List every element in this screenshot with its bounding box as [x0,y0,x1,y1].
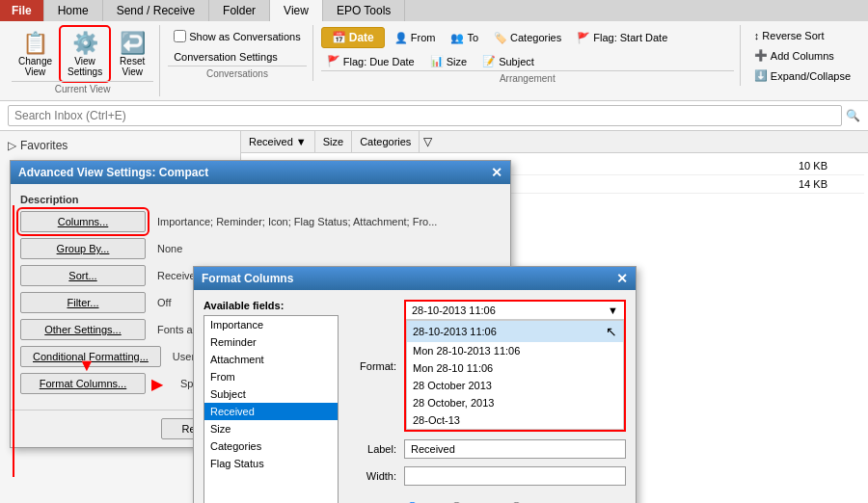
size-header[interactable]: Size [315,131,352,152]
categories-button[interactable]: 🏷️ Categories [488,29,567,47]
fc-label-input[interactable] [404,439,626,459]
format-option-4[interactable]: 28 October, 2013 [407,394,623,411]
flag-due-date-button[interactable]: 🚩 Flag: Due Date [321,52,420,70]
expand-collapse-icon: ⬇️ [754,69,768,82]
to-label: To [467,32,478,43]
change-view-label: ChangeView [18,56,52,77]
columns-value: Importance; Reminder; Icon; Flag Status;… [157,216,437,227]
fc-format-options: 28-10-2013 11:06 ↖ Mon 28-10-2013 11:06 … [406,320,624,430]
fc-format-value: 28-10-2013 11:06 [412,304,496,316]
conversations-buttons: Show as Conversations Conversation Setti… [168,27,307,66]
tab-home[interactable]: Home [44,0,103,21]
format-option-3[interactable]: 28 October 2013 [407,377,623,394]
format-option-5[interactable]: 28-Oct-13 [407,411,623,429]
list-item-attachment[interactable]: Attachment [204,351,338,368]
list-item-subject[interactable]: Subject [204,385,338,403]
change-view-button[interactable]: 📋 ChangeView [12,27,59,81]
show-conversations-checkbox[interactable] [174,30,186,42]
list-item-importance[interactable]: Importance [204,316,338,333]
right-group: ↕️ Reverse Sort ➕ Add Columns ⬇️ Expand/… [743,25,862,87]
from-button[interactable]: 👤 From [389,29,442,47]
to-button[interactable]: 👥 To [445,29,484,47]
filter-icon[interactable]: ▽ [420,131,436,152]
dropdown-arrow-icon: ▼ [608,304,618,316]
search-input[interactable] [8,105,842,126]
date-icon: 📅 [332,31,346,44]
fc-close-button[interactable]: ✕ [616,271,628,286]
tab-epo-tools[interactable]: EPO Tools [323,0,405,21]
avs-titlebar: Advanced View Settings: Compact ✕ [11,161,510,184]
received-header[interactable]: Received ▼ [241,131,315,152]
expand-collapse-button[interactable]: ⬇️ Expand/Collapse [748,66,856,85]
fc-title: Format Columns [202,272,293,285]
format-columns-button[interactable]: Format Columns... [20,373,146,394]
sort-icon: ▼ [296,136,307,147]
right-arrow-icon: ▶ [151,375,163,393]
list-item-categories[interactable]: Categories [204,437,338,455]
size-label: Size [447,56,467,67]
list-item-received[interactable]: Received [204,403,338,420]
add-columns-button[interactable]: ➕ Add Columns [748,46,856,65]
reset-view-button[interactable]: ↩️ ResetView [111,27,153,81]
format-option-1[interactable]: Mon 28-10-2013 11:06 [407,342,623,359]
tab-folder[interactable]: Folder [209,0,270,21]
fc-left-panel: Available fields: Importance Reminder At… [203,300,339,503]
row2-size: 14 KB [799,178,856,190]
avs-title: Advanced View Settings: Compact [18,166,208,179]
columns-button[interactable]: Columns... [20,211,146,232]
mouse-cursor-icon: ↖ [606,324,617,339]
row1-size: 10 KB [799,160,856,172]
tab-view[interactable]: View [270,0,323,21]
flag-start-date-button[interactable]: 🚩 Flag: Start Date [571,29,673,47]
group-by-button[interactable]: Group By... [20,238,146,259]
view-settings-button[interactable]: ⚙️ ViewSettings [61,27,109,81]
date-button[interactable]: 📅 Date [321,27,385,48]
fc-body: Available fields: Importance Reminder At… [194,290,636,503]
fc-format-label: Format: [348,360,396,372]
down-arrow-icon: ▼ [78,356,95,376]
avs-close-button[interactable]: ✕ [491,165,502,180]
arrangement-label: Arrangement [321,70,734,84]
fc-label-row: Label: [348,439,626,459]
conversation-settings-button[interactable]: Conversation Settings [168,48,307,66]
search-bar: 🔍 [0,101,868,131]
main-area: ▷ Favorites Received ▼ Size Categories ▽… [0,131,868,503]
add-columns-icon: ➕ [754,49,768,62]
flag-start-icon: 🚩 [577,32,590,44]
format-option-0[interactable]: 28-10-2013 11:06 ↖ [407,321,623,342]
fc-width-row: Width: [348,466,626,486]
subject-button[interactable]: 📝 Subject [476,52,540,70]
filter-button[interactable]: Filter... [20,292,146,313]
tab-file[interactable]: File [0,0,44,21]
reverse-sort-button[interactable]: ↕️ Reverse Sort [748,27,856,44]
list-item-size[interactable]: Size [204,420,338,437]
fc-format-row: Format: 28-10-2013 11:06 ▼ 28-10-2013 11… [348,300,626,432]
sidebar-favorites: ▷ Favorites [4,135,236,156]
size-button[interactable]: 📊 Size [424,52,473,70]
flag-start-label: Flag: Start Date [593,32,667,43]
fc-fields-list[interactable]: Importance Reminder Attachment From Subj… [203,315,339,503]
fc-format-selected[interactable]: 28-10-2013 11:06 ▼ [406,302,624,320]
search-icon: 🔍 [846,109,860,122]
format-option-2[interactable]: Mon 28-10 11:06 [407,359,623,377]
current-view-group: 📋 ChangeView ⚙️ ViewSettings ↩️ ResetVie… [6,25,160,96]
avs-section-label: Description [20,194,501,205]
view-settings-label: ViewSettings [68,56,102,77]
reset-view-icon: ↩️ [120,31,146,56]
fc-width-input[interactable] [404,466,626,486]
list-item-from[interactable]: From [204,368,338,385]
categories-header[interactable]: Categories [352,131,420,152]
arrangement-group: 📅 Date 👤 From 👥 To 🏷️ Categories 🚩 [315,25,741,86]
flag-due-label: Flag: Due Date [343,56,415,67]
tab-send-receive[interactable]: Send / Receive [103,0,209,21]
show-conversations-button[interactable]: Show as Conversations [168,27,307,45]
other-settings-button[interactable]: Other Settings... [20,319,146,340]
from-icon: 👤 [394,32,408,44]
sort-button[interactable]: Sort... [20,265,146,286]
list-item-reminder[interactable]: Reminder [204,333,338,351]
conversations-group: Show as Conversations Conversation Setti… [162,25,313,81]
fc-width-label: Width: [348,470,396,482]
subject-icon: 📝 [482,55,496,67]
fc-format-dropdown-wrapper: 28-10-2013 11:06 ▼ 28-10-2013 11:06 ↖ Mo… [404,300,626,432]
list-item-flagstatus[interactable]: Flag Status [204,455,338,472]
